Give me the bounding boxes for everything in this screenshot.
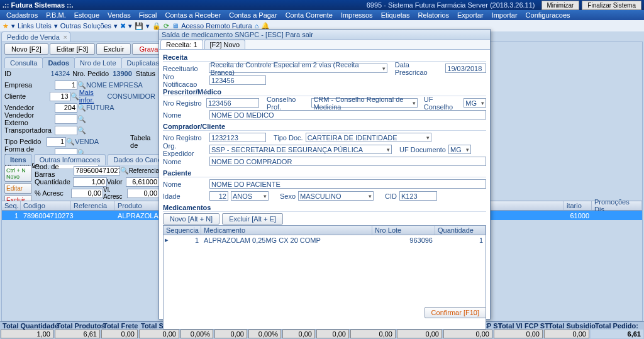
mh-seq[interactable]: Sequencia	[164, 226, 201, 235]
lookup-icon[interactable]: 🔍	[77, 104, 86, 112]
lookup-icon[interactable]: 🔍	[77, 126, 86, 135]
mais-infor-link[interactable]: Mais infor.	[79, 89, 108, 104]
menu-contas-pagar[interactable]: Contas a Pagar	[225, 11, 280, 19]
lookup-icon[interactable]: 🔍	[77, 81, 86, 89]
ctrl-n-novo-button[interactable]: Ctrl + N Novo	[4, 165, 32, 182]
tab-dados[interactable]: Dados	[42, 57, 75, 68]
comp-reg-label: Nro Registro	[163, 134, 207, 142]
idade-label: Idade	[163, 192, 207, 200]
vendedor-id-input[interactable]: 204	[55, 103, 77, 113]
tab-nro-lote[interactable]: Nro de Lote	[74, 57, 121, 68]
document-tab[interactable]: Pedido de Venda ×	[1, 31, 70, 42]
empresa-name: NOME EMPRESA	[86, 81, 143, 89]
lookup-icon[interactable]: 🔍	[66, 138, 75, 146]
th-vlfcp: Total Vl FCP ST	[496, 322, 546, 330]
data-presc-label: Data Prescricao	[395, 61, 443, 76]
close-icon[interactable]: ×	[63, 33, 67, 41]
novo-button[interactable]: Novo [F2]	[4, 43, 48, 55]
menu-config[interactable]: Configuracoes	[522, 11, 574, 19]
idade-unit-select[interactable]: ANOS	[231, 191, 269, 201]
cliente-name: CONSUMIDOR	[108, 92, 155, 100]
gh-promo[interactable]: Promoções Dis	[592, 201, 642, 210]
th-pedido: Total Pedido:	[592, 322, 644, 330]
star-dropdown[interactable]: ▾	[11, 22, 15, 30]
mh-qtd[interactable]: Quantidade	[435, 226, 486, 235]
outras-solucoes[interactable]: Outras Soluções	[60, 22, 111, 30]
valor-label: Valor	[107, 178, 126, 186]
cliente-id-input[interactable]: 13	[50, 92, 70, 101]
excluir-alt-e-button[interactable]: Excluir [Alt + E]	[222, 213, 283, 225]
minimize-button[interactable]: Minimizar	[541, 1, 580, 10]
med-grid-row[interactable]: ▸ 1 ALPRAZOLAM 0,25MG CX 20 COMP 963096 …	[164, 235, 486, 245]
lookup-icon[interactable]: 🔍	[70, 92, 79, 101]
comp-reg-input[interactable]: 1232123	[209, 133, 266, 142]
sexo-select[interactable]: MASCULINO	[298, 191, 374, 201]
vend-ext-input[interactable]	[55, 114, 77, 124]
links-uteis[interactable]: Links Uteis	[18, 22, 52, 30]
novo-alt-n-button[interactable]: Novo [Alt + N]	[163, 213, 219, 225]
uf-cons-select[interactable]: MG	[464, 98, 486, 108]
qtd-input[interactable]: 1,00	[73, 177, 106, 187]
tv-basest: 0,00	[350, 330, 396, 338]
menu-fiscal[interactable]: Fiscal	[135, 11, 161, 19]
uf-doc-select[interactable]: MG	[448, 145, 471, 154]
excluir-button[interactable]: Excluir	[96, 43, 131, 55]
confirmar-button[interactable]: Confirmar [F10]	[425, 307, 486, 318]
acresc-input[interactable]: 0,00	[71, 189, 103, 198]
transp-input[interactable]	[55, 126, 77, 135]
presc-reg-input[interactable]: 123456	[206, 98, 259, 108]
cid-input[interactable]: K123	[399, 191, 437, 201]
gh-seq[interactable]: Seq.	[2, 201, 21, 210]
app-title: .:: Futura Sistemas ::.	[3, 1, 73, 9]
empresa-id-input[interactable]: 1	[55, 81, 77, 90]
finalize-button[interactable]: Finalizar Sistema	[582, 1, 641, 10]
empresa-label: Empresa	[4, 81, 55, 89]
comp-nome-input[interactable]: NOME DO COMPRADOR	[209, 157, 486, 166]
vl-acresc-input[interactable]: 0,00	[127, 189, 159, 198]
nro-pedido-label: Nro. Pedido	[72, 70, 113, 77]
star-icon[interactable]: ★	[3, 22, 9, 30]
menu-importar[interactable]: Importar	[488, 11, 521, 19]
gh-codigo[interactable]: Codigo	[21, 201, 71, 210]
tab-itens[interactable]: Itens	[4, 154, 32, 165]
menu-vendas[interactable]: Vendas	[104, 11, 135, 19]
menu-exportar[interactable]: Exportar	[453, 11, 487, 19]
data-presc-input[interactable]: 19/03/2018	[445, 64, 486, 73]
gh-itario[interactable]: itario	[564, 201, 592, 210]
receituario-select[interactable]: Receita de Controle Especial em 2 vias (…	[209, 64, 387, 73]
ref-label: Referencia	[129, 167, 159, 174]
main-menu: Cadastros P.B.M. Estoque Vendas Fiscal C…	[0, 10, 644, 20]
cod-barras-input[interactable]: 7896004710273	[74, 166, 119, 175]
menu-conta-corrente[interactable]: Conta Corrente	[282, 11, 336, 19]
menu-impressos[interactable]: Impressos	[337, 11, 377, 19]
dialog-title: Saída de medicamento SNGPC - [ESC] Para …	[159, 30, 490, 40]
tools-icon[interactable]: ✖	[120, 22, 126, 30]
menu-pbm[interactable]: P.B.M.	[42, 11, 70, 19]
menu-estoque[interactable]: Estoque	[70, 11, 103, 19]
save-icon[interactable]: 💾	[135, 22, 143, 30]
pac-nome-input[interactable]: NOME DO PACIENTE	[209, 179, 486, 189]
tab-consulta[interactable]: Consulta	[4, 57, 43, 68]
item-editar-button[interactable]: Editar	[4, 183, 32, 194]
lookup-icon[interactable]: 🔍	[77, 115, 86, 123]
nro-notif-input[interactable]: 123456	[209, 75, 266, 85]
org-exp-select[interactable]: SSP - SECRETARIA DE SEGURANÇA PÚBLICA	[209, 145, 392, 154]
menu-cadastros[interactable]: Cadastros	[3, 11, 42, 19]
tipo-doc-select[interactable]: CARTEIRA DE IDENTIDADE	[306, 133, 431, 142]
dlg-tab-receita1[interactable]: Receita: 1	[160, 40, 203, 49]
conselho-select[interactable]: CRM - Conselho Regional de Medicina	[311, 98, 417, 108]
mh-lote[interactable]: Nro Lote	[372, 226, 435, 235]
menu-relatorios[interactable]: Relatorios	[414, 11, 453, 19]
mh-med[interactable]: Medicamento	[201, 226, 372, 235]
idade-input[interactable]: 12	[209, 191, 228, 201]
chevron-down-icon: ▾	[146, 22, 150, 30]
lookup-icon[interactable]: 🔍	[120, 167, 129, 175]
gh-ref[interactable]: Referencia	[71, 201, 115, 210]
menu-contas-receber[interactable]: Contas a Receber	[162, 11, 225, 19]
comp-nome-label: Nome	[163, 158, 207, 165]
menu-etiquetas[interactable]: Etiquetas	[377, 11, 414, 19]
presc-nome-input[interactable]: NOME DO MEDICO	[209, 110, 486, 119]
valor-input[interactable]: 6,61000	[126, 177, 159, 187]
editar-button[interactable]: Editar [F3]	[50, 43, 96, 55]
dlg-tab-f2novo[interactable]: [F2] Novo	[204, 40, 246, 49]
